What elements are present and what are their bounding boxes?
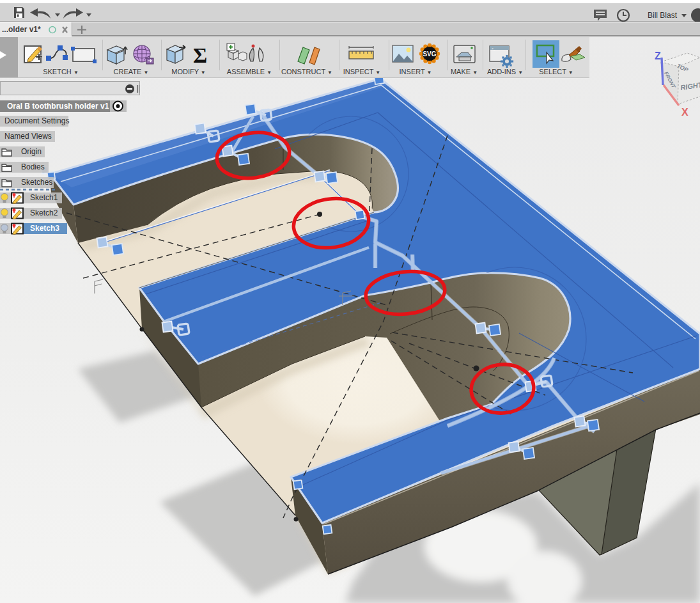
svg-text:Bill Blast: Bill Blast <box>648 11 678 20</box>
svg-text:SVG: SVG <box>423 51 436 58</box>
svg-text:X: X <box>681 107 688 118</box>
svg-text:Z: Z <box>655 51 661 61</box>
svg-text:Σ: Σ <box>193 43 207 67</box>
svg-text:>_: >_ <box>492 47 495 51</box>
